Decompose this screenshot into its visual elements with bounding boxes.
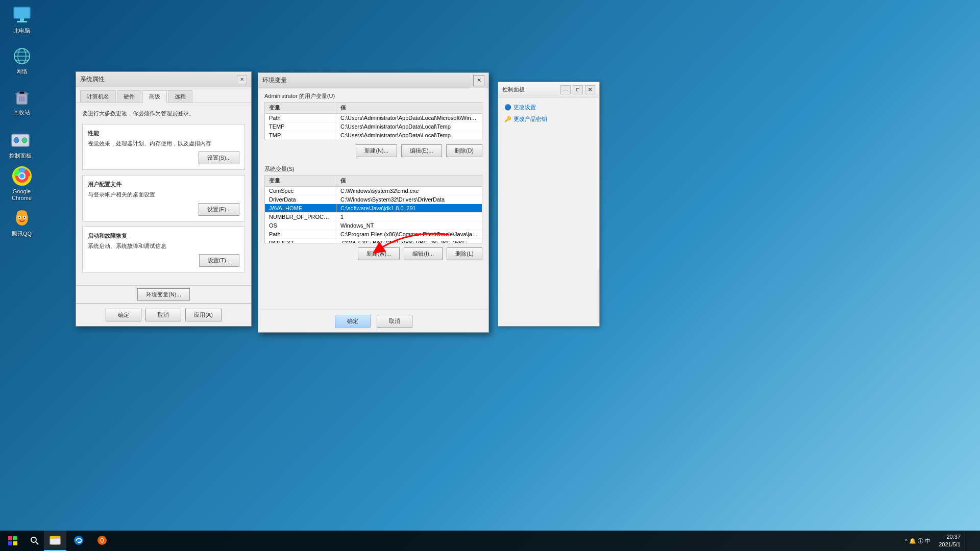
env-vars-dialog: 环境变量 ✕ Administrator 的用户变量(U) 变量 值 Path … — [258, 72, 489, 333]
user-vars-table: 变量 值 Path C:\Users\Administrator\AppData… — [264, 102, 482, 140]
user-vars-header: 变量 值 — [265, 103, 482, 114]
sys-var-row-num-proc[interactable]: NUMBER_OF_PROCESSORS 1 — [265, 213, 482, 221]
user-profile-settings-btn[interactable]: 设置(E)... — [199, 203, 239, 216]
sys-var-name-path: Path — [265, 230, 336, 238]
svg-point-16 — [22, 138, 27, 143]
sys-var-value-driverdata: C:\Windows\System32\Drivers\DriverData — [336, 195, 482, 204]
tab-remote[interactable]: 远程 — [168, 90, 192, 103]
sys-vars-col-value: 值 — [336, 176, 482, 186]
sys-var-value-comspec: C:\Windows\system32\cmd.exe — [336, 187, 482, 195]
perf-settings-btn[interactable]: 设置(S)... — [199, 152, 239, 164]
desktop-icon-network[interactable]: 网络 — [3, 46, 41, 75]
cp-minimize-btn[interactable]: — — [560, 85, 571, 94]
taskbar-app-edge[interactable] — [67, 531, 90, 551]
clock-time: 20:37 — [939, 533, 961, 541]
computer-icon — [12, 5, 32, 26]
cp-change-settings-link[interactable]: 🔵 更改设置 — [504, 104, 593, 111]
sys-var-value-num-proc: 1 — [336, 213, 482, 221]
sys-var-name-num-proc: NUMBER_OF_PROCESSORS — [265, 213, 336, 221]
taskbar-search-btn[interactable] — [26, 531, 44, 551]
desktop-icon-qq[interactable]: 腾讯QQ — [3, 208, 41, 237]
sys-props-title: 系统属性 — [80, 75, 237, 84]
show-desktop-btn[interactable] — [965, 531, 980, 551]
env-close-btn[interactable]: ✕ — [473, 75, 484, 86]
cp-close-btn[interactable]: ✕ — [585, 85, 595, 94]
user-var-name-tmp: TMP — [265, 131, 336, 139]
sys-vars-label: 系统变量(S) — [258, 161, 488, 175]
sys-vars-col-name: 变量 — [265, 176, 336, 186]
startup-section: 启动和故障恢复 系统启动、系统故障和调试信息 设置(T)... — [82, 227, 245, 273]
recycle-icon — [12, 87, 32, 107]
user-var-value-path: C:\Users\Administrator\AppData\Local\Mic… — [336, 114, 482, 122]
user-var-name-temp: TEMP — [265, 122, 336, 131]
startup-settings-btn[interactable]: 设置(T)... — [199, 254, 239, 267]
sys-props-bottom-buttons: 确定 取消 应用(A) — [76, 304, 251, 326]
taskbar-app-qq[interactable]: Q — [91, 531, 113, 551]
svg-rect-37 — [50, 536, 55, 539]
svg-rect-17 — [15, 137, 18, 138]
sys-var-row-driverdata[interactable]: DriverData C:\Windows\System32\Drivers\D… — [265, 195, 482, 204]
taskbar-clock: 20:37 2021/5/1 — [935, 533, 965, 549]
env-titlebar: 环境变量 ✕ — [258, 73, 488, 88]
env-cancel-btn[interactable]: 取消 — [377, 315, 412, 328]
cp-maximize-btn[interactable]: □ — [573, 85, 583, 94]
svg-rect-36 — [50, 538, 60, 544]
desktop-icon-recycle[interactable]: 回收站 — [3, 87, 41, 116]
sys-var-row-java-home[interactable]: JAVA_HOME C:\software\Java\jdk1.8.0_291 — [265, 204, 482, 213]
svg-point-38 — [74, 536, 83, 545]
qq-icon — [12, 208, 32, 229]
taskbar: Q ^ 🔔 ⓘ 中 20:37 2021/5/1 — [0, 531, 980, 551]
user-edit-btn[interactable]: 编辑(E)... — [401, 144, 442, 157]
sys-props-titlebar: 系统属性 ✕ — [76, 72, 251, 87]
svg-point-21 — [19, 173, 24, 179]
user-var-name-path: Path — [265, 114, 336, 122]
desktop-icon-control[interactable]: 控制面板 — [1, 130, 39, 159]
start-button[interactable] — [0, 531, 26, 551]
user-var-row-path[interactable]: Path C:\Users\Administrator\AppData\Loca… — [265, 114, 482, 122]
tab-computer-name[interactable]: 计算机名 — [80, 90, 116, 103]
svg-rect-30 — [13, 536, 17, 540]
svg-line-34 — [36, 542, 38, 544]
sys-var-row-comspec[interactable]: ComSpec C:\Windows\system32\cmd.exe — [265, 187, 482, 195]
taskbar-app-explorer[interactable] — [44, 531, 66, 551]
sys-props-close-btn[interactable]: ✕ — [237, 75, 247, 84]
sys-props-info: 要进行大多数更改，你必须作为管理员登录。 — [82, 109, 245, 118]
env-dialog-footer: 确定 取消 — [258, 310, 488, 332]
svg-point-15 — [14, 138, 19, 143]
user-var-row-tmp[interactable]: TMP C:\Users\Administrator\AppData\Local… — [265, 131, 482, 140]
sys-props-footer: 环境变量(N)... — [76, 285, 251, 304]
chrome-icon — [12, 166, 32, 186]
user-profile-text: 与登录帐户相关的桌面设置 — [88, 190, 239, 199]
sys-props-apply-btn[interactable]: 应用(A) — [185, 309, 222, 321]
startup-title: 启动和故障恢复 — [88, 232, 239, 240]
desktop-icon-computer[interactable]: 此电脑 — [3, 5, 41, 34]
user-vars-buttons: 新建(N)... 编辑(E)... 删除(D) — [258, 140, 488, 161]
svg-point-33 — [31, 537, 36, 542]
user-delete-btn[interactable]: 删除(D) — [446, 144, 482, 157]
user-vars-body[interactable]: Path C:\Users\Administrator\AppData\Loca… — [265, 114, 482, 140]
svg-point-27 — [17, 210, 27, 216]
desktop-icon-chrome[interactable]: GoogleChrome — [3, 166, 41, 202]
sys-var-name-driverdata: DriverData — [265, 195, 336, 204]
recycle-icon-label: 回收站 — [13, 109, 30, 116]
cp-product-key-link[interactable]: 🔑 更改产品密钥 — [504, 115, 593, 123]
user-var-row-temp[interactable]: TEMP C:\Users\Administrator\AppData\Loca… — [265, 122, 482, 131]
sys-var-name-os: OS — [265, 221, 336, 230]
cp-change-settings: 🔵 更改设置 — [504, 104, 593, 111]
control-panel-icon-label: 控制面板 — [9, 153, 32, 159]
control-panel-titlebar: 控制面板 — □ ✕ — [498, 82, 599, 97]
system-properties-dialog: 系统属性 ✕ 计算机名 硬件 高级 远程 要进行大多数更改，你必须作为管理员登录… — [76, 71, 252, 327]
taskbar-tray: ^ 🔔 ⓘ 中 — [901, 537, 935, 545]
sys-props-cancel-btn[interactable]: 取消 — [145, 309, 181, 321]
sys-var-value-java-home: C:\software\Java\jdk1.8.0_291 — [336, 204, 482, 212]
tab-hardware[interactable]: 硬件 — [117, 90, 141, 103]
sys-props-ok-btn[interactable]: 确定 — [106, 309, 141, 321]
user-vars-col-value: 值 — [336, 103, 482, 113]
cp-title-text: 控制面板 — [502, 86, 525, 93]
env-ok-btn[interactable]: 确定 — [335, 315, 371, 328]
user-new-btn[interactable]: 新建(N)... — [356, 144, 397, 157]
tab-advanced[interactable]: 高级 — [142, 90, 167, 103]
env-vars-btn[interactable]: 环境变量(N)... — [137, 288, 189, 301]
svg-rect-2 — [17, 21, 27, 22]
svg-rect-32 — [13, 541, 17, 545]
